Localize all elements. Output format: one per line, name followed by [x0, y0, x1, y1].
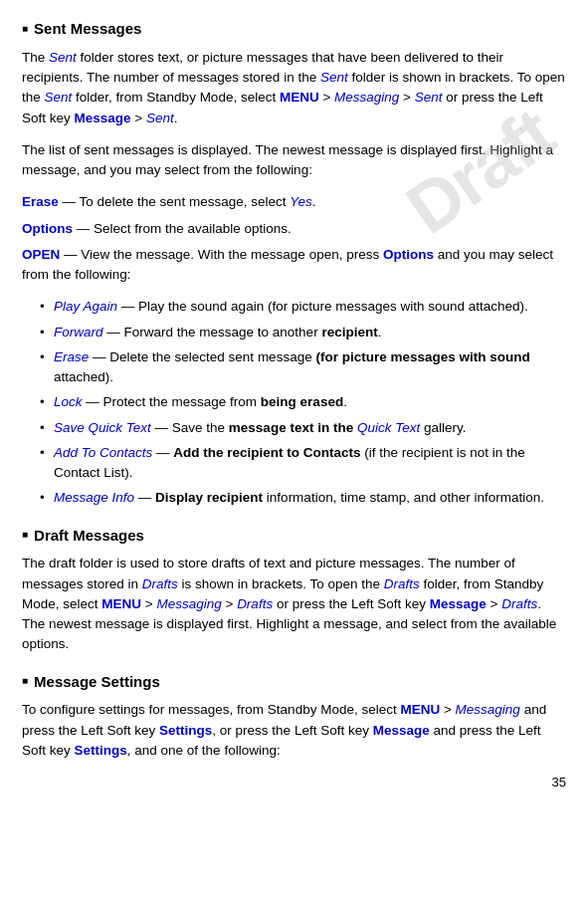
settings-para-1: To configure settings for messages, from… [22, 700, 566, 761]
play-again-label: Play Again [54, 299, 117, 314]
erase-label: Erase [22, 194, 59, 209]
sent-para-2: The list of sent messages is displayed. … [22, 140, 566, 181]
message-text-bold: message text in the [229, 420, 353, 435]
sent-messages-heading: Sent Messages [22, 18, 566, 40]
message-settings-title: Message Settings [34, 671, 160, 693]
menu-keyword-3: MENU [400, 702, 440, 717]
bullet-forward: Forward — Forward the message to another… [40, 323, 566, 342]
drafts-link-1: Drafts [142, 576, 178, 591]
sent-link-4: Sent [415, 90, 443, 105]
settings-keyword-2: Settings [75, 743, 127, 758]
draft-messages-heading: Draft Messages [22, 525, 566, 547]
sent-link-2: Sent [320, 70, 348, 85]
drafts-link-2: Drafts [384, 576, 420, 591]
quick-text-link: Quick Text [357, 420, 420, 435]
sent-messages-section: Sent Messages The Sent folder stores tex… [22, 18, 566, 509]
recipient-bold: recipient [321, 325, 377, 340]
save-quick-text-label: Save Quick Text [54, 420, 151, 435]
message-info-label: Message Info [54, 490, 134, 505]
menu-keyword-2: MENU [101, 596, 141, 611]
draft-messages-title: Draft Messages [34, 525, 144, 547]
erase-item: Erase — To delete the sent message, sele… [22, 192, 566, 212]
message-settings-section: Message Settings To configure settings f… [22, 671, 566, 762]
message-keyword-3: Message [373, 723, 430, 738]
open-label: OPEN [22, 247, 60, 262]
messaging-link-1: Messaging [334, 90, 399, 105]
message-settings-heading: Message Settings [22, 671, 566, 693]
erase-bullet-label: Erase [54, 349, 89, 364]
add-recipient-bold: Add the recipient to Contacts [173, 445, 360, 460]
yes-link: Yes [290, 194, 312, 209]
forward-label: Forward [54, 325, 103, 340]
draft-para-1: The draft folder is used to store drafts… [22, 554, 566, 654]
options-item: Options — Select from the available opti… [22, 219, 566, 239]
drafts-link-3: Drafts [237, 596, 273, 611]
messaging-link-2: Messaging [156, 596, 221, 611]
options-bullet-list: Play Again — Play the sound again (for p… [40, 297, 566, 508]
sent-messages-title: Sent Messages [34, 18, 141, 40]
settings-keyword-1: Settings [159, 723, 212, 738]
page-container: Draft Sent Messages The Sent folder stor… [0, 0, 588, 806]
bullet-add-to-contacts: Add To Contacts — Add the recipient to C… [40, 443, 566, 484]
sent-link-5: Sent [146, 111, 174, 125]
being-erased-bold: being erased [261, 394, 343, 409]
display-recipient-bold: Display recipient [155, 490, 263, 505]
message-keyword-1: Message [75, 111, 131, 125]
bullet-save-quick-text: Save Quick Text — Save the message text … [40, 418, 566, 438]
bullet-play-again: Play Again — Play the sound again (for p… [40, 297, 566, 317]
sent-link-3: Sent [45, 90, 73, 105]
bullet-erase: Erase — Delete the selected sent message… [40, 347, 566, 388]
picture-bold: (for picture messages with sound [315, 349, 529, 364]
draft-messages-section: Draft Messages The draft folder is used … [22, 525, 566, 655]
drafts-link-4: Drafts [501, 596, 537, 611]
page-number: 35 [552, 774, 566, 793]
open-item: OPEN — View the message. With the messag… [22, 245, 566, 286]
bullet-lock: Lock — Protect the message from being er… [40, 392, 566, 412]
add-to-contacts-label: Add To Contacts [54, 445, 152, 460]
messaging-link-3: Messaging [456, 702, 520, 717]
options-keyword: Options [383, 247, 434, 262]
message-keyword-2: Message [430, 596, 487, 611]
lock-label: Lock [54, 394, 83, 409]
options-label: Options [22, 221, 73, 236]
menu-keyword-1: MENU [280, 90, 319, 105]
bullet-message-info: Message Info — Display recipient informa… [40, 488, 566, 508]
sent-link-1: Sent [49, 50, 77, 65]
sent-para-1: The Sent folder stores text, or picture … [22, 48, 566, 128]
